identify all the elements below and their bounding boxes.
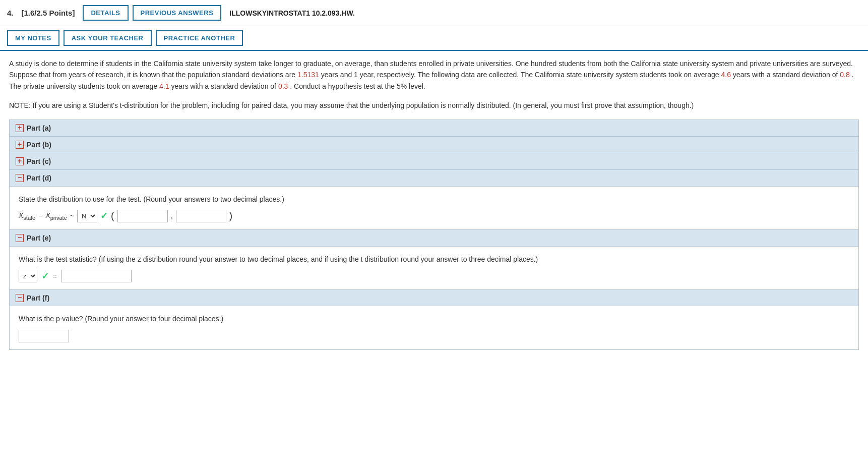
problem-id: ILLOWSKYINTROSTAT1 10.2.093.HW.: [229, 9, 354, 17]
value-4: 4.1: [159, 82, 169, 90]
details-button[interactable]: DETAILS: [83, 5, 128, 21]
part-b-label: Part (b): [27, 141, 51, 149]
dist-input-2[interactable]: [176, 210, 226, 222]
dist-check-icon: ✓: [100, 210, 108, 221]
minus-symbol: −: [38, 212, 42, 220]
part-d-question: State the distribution to use for the te…: [19, 194, 849, 205]
part-e-icon: −: [16, 234, 24, 242]
stat-row: z t ✓ =: [19, 270, 849, 282]
part-a-header[interactable]: + Part (a): [10, 120, 858, 137]
part-a-icon: +: [16, 124, 24, 132]
question-number: 4.: [7, 9, 14, 17]
stat-input[interactable]: [61, 270, 132, 282]
distribution-row: Xstate − Xprivate ~ N t ✓ ( , ): [19, 210, 849, 222]
stat-check-icon: ✓: [41, 271, 49, 282]
part-e-header[interactable]: − Part (e): [10, 230, 858, 247]
points-label: [1.6/2.5 Points]: [22, 9, 75, 17]
ask-teacher-button[interactable]: ASK YOUR TEACHER: [64, 30, 152, 46]
distribution-select[interactable]: N t: [77, 210, 97, 222]
parts-container: + Part (a) + Part (b) + Part (c) − Part …: [9, 120, 859, 350]
part-e-body: What is the test statistic? (If using th…: [10, 247, 858, 290]
tilde-symbol: ~: [70, 212, 74, 220]
pvalue-row: [19, 330, 849, 342]
comma: ,: [171, 212, 173, 220]
part-f-body: What is the p-value? (Round your answer …: [10, 306, 858, 349]
part-e-label: Part (e): [27, 234, 51, 242]
part-e-question: What is the test statistic? (If using th…: [19, 254, 849, 265]
part-d-header[interactable]: − Part (d): [10, 170, 858, 187]
dist-input-1[interactable]: [117, 210, 168, 222]
part-c-label: Part (c): [27, 157, 51, 165]
problem-text-6: . Conduct a hypothesis test at the 5% le…: [290, 82, 425, 90]
value-1: 1.5131: [297, 71, 319, 79]
previous-answers-button[interactable]: PREVIOUS ANSWERS: [133, 5, 222, 21]
problem-text: A study is done to determine if students…: [9, 58, 859, 92]
part-c-header[interactable]: + Part (c): [10, 153, 858, 170]
value-3: 0.8: [840, 71, 849, 79]
part-a-label: Part (a): [27, 124, 51, 132]
value-5: 0.3: [278, 82, 288, 90]
part-b-header[interactable]: + Part (b): [10, 137, 858, 153]
part-f-question: What is the p-value? (Round your answer …: [19, 313, 849, 324]
xbar-state: Xstate: [19, 211, 35, 221]
part-c-icon: +: [16, 157, 24, 165]
part-f-header[interactable]: − Part (f): [10, 290, 858, 306]
part-d-body: State the distribution to use for the te…: [10, 187, 858, 230]
part-d-icon: −: [16, 174, 24, 182]
stat-select[interactable]: z t: [19, 270, 37, 282]
problem-text-5: years with a standard deviation of: [171, 82, 276, 90]
part-f-label: Part (f): [27, 294, 49, 302]
equals-symbol: =: [53, 272, 57, 280]
part-f-icon: −: [16, 294, 24, 302]
open-paren: (: [111, 210, 114, 222]
practice-another-button[interactable]: PRACTICE ANOTHER: [156, 30, 243, 46]
part-d-label: Part (d): [27, 174, 51, 182]
xbar-private: Xprivate: [45, 211, 67, 221]
part-b-icon: +: [16, 141, 24, 149]
problem-text-2: years and 1 year, respectively. The foll…: [321, 71, 719, 79]
note-text: NOTE: If you are using a Student's t-dis…: [9, 100, 859, 111]
my-notes-button[interactable]: MY NOTES: [7, 30, 59, 46]
pvalue-input[interactable]: [19, 330, 69, 342]
problem-text-3: years with a standard deviation of: [733, 71, 838, 79]
close-paren: ): [229, 210, 233, 222]
value-2: 4.6: [721, 71, 730, 79]
